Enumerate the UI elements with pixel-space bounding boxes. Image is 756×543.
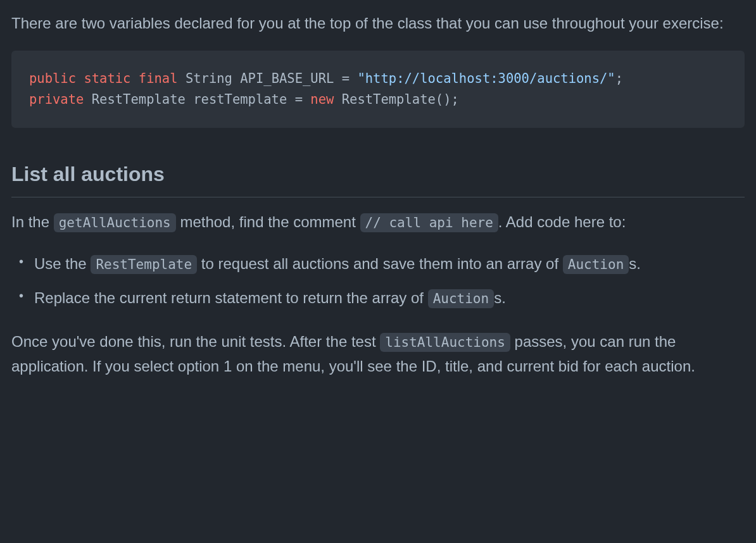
- text-fragment: to request all auctions and save them in…: [197, 255, 563, 272]
- code-line-2: private RestTemplate restTemplate = new …: [29, 89, 727, 110]
- constructor-rest-template: RestTemplate(): [342, 92, 451, 107]
- identifier-rest-template: restTemplate: [193, 92, 287, 107]
- type-rest-template: RestTemplate: [92, 92, 186, 107]
- text-fragment: Use the: [34, 255, 91, 272]
- keyword-public: public: [29, 71, 76, 86]
- text-fragment: s.: [494, 289, 506, 306]
- code-line-1: public static final String API_BASE_URL …: [29, 68, 727, 89]
- identifier-api-base-url: API_BASE_URL: [240, 71, 334, 86]
- text-fragment: s.: [629, 255, 641, 272]
- list-item: Use the RestTemplate to request all auct…: [34, 250, 745, 278]
- intro-paragraph: There are two variables declared for you…: [11, 11, 745, 35]
- code-block: public static final String API_BASE_URL …: [11, 51, 745, 128]
- text-fragment: method, find the comment: [176, 213, 360, 230]
- keyword-final: final: [139, 71, 178, 86]
- operator-equals: =: [342, 71, 350, 86]
- inline-code-auction: Auction: [428, 289, 495, 308]
- semicolon: ;: [615, 71, 623, 86]
- text-fragment: Once you've done this, run the unit test…: [11, 333, 380, 350]
- list-item: Replace the current return statement to …: [34, 284, 745, 312]
- inline-code-comment: // call api here: [360, 213, 498, 232]
- semicolon: ;: [451, 92, 459, 107]
- inline-code-get-all-auctions: getAllAuctions: [54, 213, 176, 232]
- inline-code-auction: Auction: [563, 255, 629, 274]
- inline-code-rest-template: RestTemplate: [91, 255, 197, 274]
- paragraph-1: In the getAllAuctions method, find the c…: [11, 210, 745, 234]
- keyword-static: static: [84, 71, 130, 86]
- inline-code-list-all-auctions: listAllAuctions: [380, 333, 510, 352]
- paragraph-2: Once you've done this, run the unit test…: [11, 330, 745, 378]
- keyword-private: private: [29, 92, 84, 107]
- text-fragment: In the: [11, 213, 54, 230]
- operator-equals: =: [295, 92, 303, 107]
- keyword-new: new: [310, 92, 334, 107]
- section-heading: List all auctions: [11, 158, 745, 197]
- text-fragment: Replace the current return statement to …: [34, 289, 428, 306]
- type-string: String: [186, 71, 232, 86]
- string-url: "http://localhost:3000/auctions/": [357, 71, 615, 86]
- bullet-list: Use the RestTemplate to request all auct…: [34, 250, 745, 313]
- text-fragment: . Add code here to:: [498, 213, 626, 230]
